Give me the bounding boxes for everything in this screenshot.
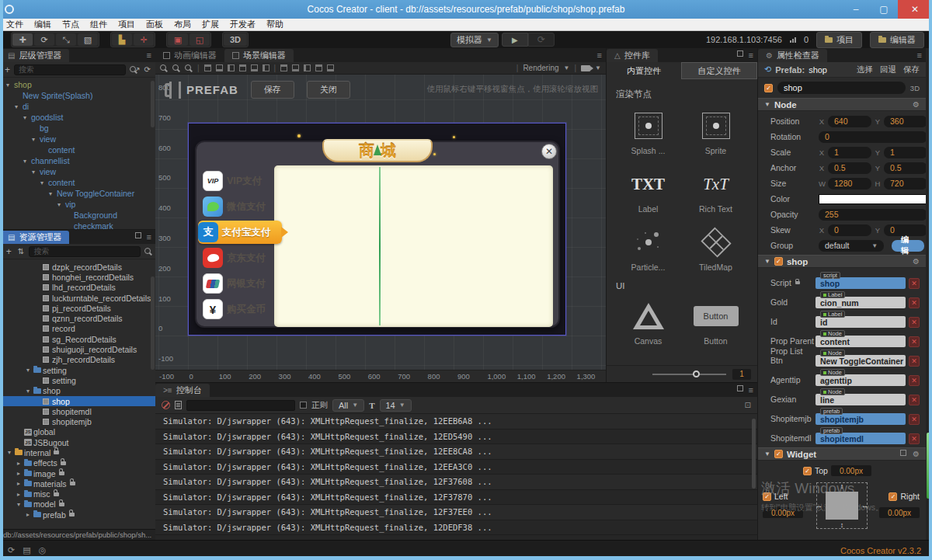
console-log-line[interactable]: Simulator: D/jswrapper (643): XMLHttpReq… [155, 505, 757, 520]
tab-control-library[interactable]: △ 控件库 [607, 49, 658, 62]
value-field[interactable]: 255 [819, 209, 926, 221]
library-item-tiledmap[interactable]: TiledMap [682, 226, 749, 272]
camera-icon[interactable] [581, 65, 590, 71]
menu-item[interactable]: 节点 [62, 19, 79, 30]
hierarchy-node-row[interactable]: ▾view [0, 134, 155, 144]
asset-row[interactable]: JSJSBugout [0, 437, 155, 447]
rendering-dropdown[interactable]: Rendering [523, 64, 558, 72]
value-field[interactable]: 1 [828, 147, 871, 158]
widget-left-value[interactable]: 0.00px [763, 507, 803, 518]
asset-row[interactable]: ▸materials [0, 478, 155, 489]
popout-icon[interactable] [737, 50, 743, 57]
value-field[interactable]: 1280 [828, 178, 871, 190]
payment-tab-vip[interactable]: VIPVIP支付 [203, 171, 274, 191]
panel-menu-icon[interactable]: ≡ [749, 385, 753, 395]
gear-icon[interactable]: ⚙ [913, 257, 920, 266]
rect-tool-button[interactable]: ▧ [78, 33, 98, 46]
color-swatch[interactable] [819, 194, 926, 204]
menu-item[interactable]: 帮助 [266, 19, 283, 30]
asset-row[interactable]: ▾internal [0, 447, 155, 457]
popout-icon[interactable] [135, 232, 141, 238]
asset-row[interactable]: lhd_recordDetails [0, 283, 155, 293]
library-item-canvas[interactable]: Canvas [614, 300, 682, 346]
hierarchy-search-input[interactable] [14, 64, 126, 75]
prefab-save-button[interactable]: 保存 [903, 64, 920, 75]
distribute-left-icon[interactable] [304, 64, 311, 71]
asset-row[interactable]: ▸prefab [0, 510, 155, 520]
add-asset-button[interactable]: + [5, 246, 13, 257]
asset-row[interactable]: shopitemdl [0, 406, 155, 416]
reference-field[interactable]: New ToggleContainer [816, 355, 906, 367]
tree-expand-arrow[interactable]: ▾ [26, 367, 33, 374]
remove-reference-button[interactable]: ✕ [909, 395, 920, 405]
hierarchy-node-row[interactable]: ▾content [0, 177, 155, 188]
align-middle-icon[interactable] [251, 64, 258, 71]
asset-row[interactable]: honghei_recordDetails [0, 272, 155, 282]
group-edit-button[interactable]: 编辑 [892, 240, 924, 252]
payment-tab-alipay[interactable]: 支支付宝支付 [198, 221, 282, 244]
reference-field[interactable]: shopitemjb [816, 413, 906, 425]
widget-anchor-diagram[interactable]: ↕ ↕ ↔ ↔ [816, 482, 868, 529]
remove-reference-button[interactable]: ✕ [909, 433, 920, 444]
tab-assets[interactable]: ▤ 资源管理器 [0, 231, 69, 244]
asset-row[interactable]: ▸misc [0, 489, 155, 499]
asset-row[interactable]: sg_RecordDetails [0, 334, 155, 344]
value-field[interactable]: 640 [828, 116, 871, 127]
reference-field[interactable]: content [816, 336, 906, 347]
remove-reference-button[interactable]: ✕ [909, 356, 920, 367]
asset-row[interactable]: record [0, 324, 155, 334]
asset-row[interactable]: ▾setting [0, 365, 155, 375]
tab-inspector[interactable]: ⚙ 属性检查器 [758, 49, 827, 62]
console-log-line[interactable]: Simulator: D/jswrapper (643): XMLHttpReq… [155, 460, 757, 475]
asset-row[interactable]: shuiguoji_recordDetails [0, 344, 155, 354]
distribute-top-icon[interactable] [280, 64, 287, 71]
dialog-close-button[interactable]: ✕ [541, 144, 557, 159]
tree-expand-arrow[interactable]: ▾ [40, 179, 48, 186]
scale-tool-button[interactable]: ⤡ [56, 33, 76, 46]
tab-scene-editor[interactable]: 场景编辑器 [224, 49, 294, 62]
hierarchy-node-row[interactable]: ▾di [0, 101, 155, 112]
clear-logs-icon[interactable] [162, 401, 170, 409]
payment-tab-unionpay[interactable]: 网银支付 [203, 273, 274, 294]
asset-row[interactable]: JSglobal [0, 427, 155, 437]
pivot-mode-button[interactable]: ▙ [112, 33, 132, 46]
remove-reference-button[interactable]: ✕ [909, 297, 920, 308]
widget-left-checkbox[interactable]: ✓ [763, 492, 771, 501]
tab-console[interactable]: >≡ 控制台 [155, 384, 210, 397]
console-log-line[interactable]: Simulator: D/jswrapper (643): XMLHttpReq… [155, 490, 757, 506]
menu-item[interactable]: 编辑 [34, 19, 51, 30]
console-log-line[interactable]: Simulator: D/jswrapper (643): XMLHttpReq… [155, 414, 757, 430]
component-enabled-checkbox[interactable]: ✓ [774, 257, 783, 266]
gear-icon[interactable]: ⚙ [913, 450, 920, 458]
panel-menu-icon[interactable]: ≡ [597, 50, 602, 60]
panel-menu-icon[interactable]: ≡ [917, 50, 922, 60]
minimize-button[interactable]: – [842, 0, 870, 19]
tree-expand-arrow[interactable]: ▾ [17, 501, 24, 508]
world-space-button[interactable]: ◱ [190, 33, 210, 46]
payment-tab-wechat[interactable]: 微信支付 [203, 197, 274, 217]
gear-icon[interactable]: ⚙ [913, 100, 920, 109]
widget-section-header[interactable]: ▼ ✓ Widget ⚙ [758, 447, 926, 461]
scrollbar-thumb[interactable] [927, 433, 930, 499]
asset-row[interactable]: luckturntable_recordDetails [0, 293, 155, 303]
tree-expand-arrow[interactable]: ▾ [23, 114, 31, 121]
simulator-dropdown[interactable]: 模拟器 ▼ [450, 33, 499, 47]
menu-item[interactable]: 面板 [146, 19, 163, 30]
value-field[interactable]: 360 [884, 116, 926, 127]
tab-custom-controls[interactable]: 自定义控件 [681, 62, 757, 79]
hierarchy-node-row[interactable]: Background [0, 210, 155, 221]
asset-row[interactable]: shopitemjb [0, 416, 155, 426]
tree-expand-arrow[interactable]: ▸ [17, 480, 24, 487]
asset-row[interactable]: ▸effects [0, 458, 155, 468]
distribute-h-icon[interactable] [315, 64, 322, 71]
widget-top-checkbox[interactable]: ✓ [803, 467, 812, 475]
widget-right-value[interactable]: 0.00px [879, 507, 920, 518]
hierarchy-node-row[interactable]: ▾view [0, 166, 155, 177]
widget-enabled-checkbox[interactable]: ✓ [774, 450, 783, 458]
node-active-checkbox[interactable]: ✓ [764, 84, 773, 92]
prefab-select-button[interactable]: 选择 [857, 64, 873, 75]
assets-search-input[interactable] [29, 246, 141, 257]
hierarchy-node-row[interactable]: New Sprite(Splash) [0, 90, 155, 101]
tree-expand-arrow[interactable]: ▾ [15, 103, 23, 110]
hierarchy-node-row[interactable]: bg [0, 123, 155, 134]
